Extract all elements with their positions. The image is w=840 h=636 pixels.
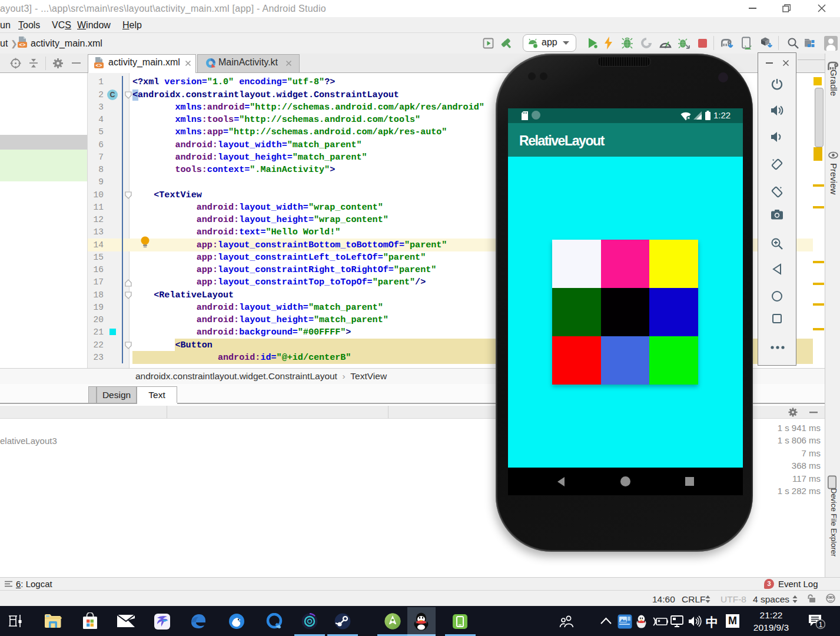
svg-text:<>: <> (96, 63, 102, 69)
svg-text:1: 1 (819, 621, 823, 629)
